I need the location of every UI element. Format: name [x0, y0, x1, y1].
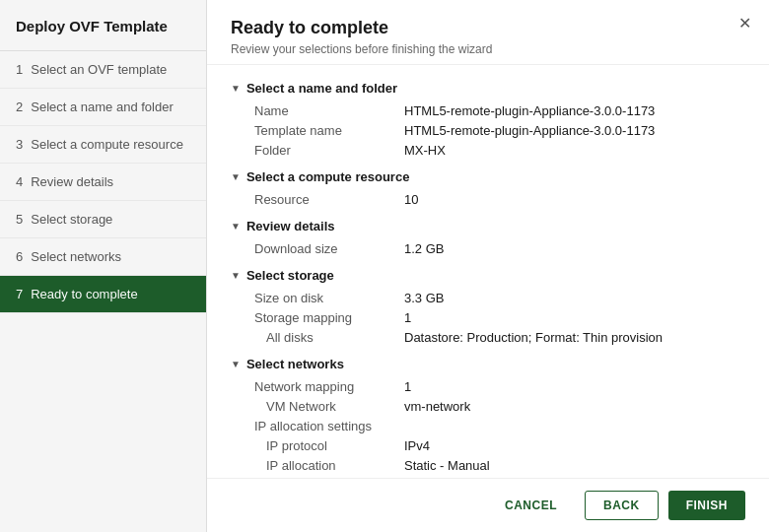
label-ip-protocol: IP protocol — [266, 438, 404, 453]
chevron-icon-name-folder: ▼ — [231, 83, 241, 94]
section-name-folder: ▼ Select a name and folder Name HTML5-re… — [231, 81, 745, 158]
value-network-mapping: 1 — [404, 379, 745, 394]
section-storage: ▼ Select storage Size on disk 3.3 GB Sto… — [231, 268, 745, 345]
label-ip-allocation: IP allocation — [266, 458, 404, 473]
chevron-icon-storage: ▼ — [231, 270, 241, 281]
sidebar-item-6[interactable]: 6 Select networks — [0, 238, 206, 276]
sidebar-item-3[interactable]: 3 Select a compute resource — [0, 126, 206, 164]
row-storage-mapping: Storage mapping 1 — [246, 310, 745, 325]
sidebar-label-2: Select a name and folder — [31, 100, 174, 114]
value-all-disks: Datastore: Production; Format: Thin prov… — [404, 330, 745, 345]
step-num-2: 2 — [16, 100, 23, 114]
value-resource: 10 — [404, 192, 745, 207]
value-ip-allocation: Static - Manual — [404, 458, 745, 473]
section-body-name-folder: Name HTML5-remote-plugin-Appliance-3.0.0… — [231, 103, 745, 158]
row-folder: Folder MX-HX — [246, 143, 745, 158]
deploy-ovf-dialog: Deploy OVF Template 1 Select an OVF temp… — [0, 0, 769, 532]
sidebar-label-7: Ready to complete — [31, 287, 137, 301]
sidebar-label-5: Select storage — [31, 212, 112, 227]
sub-row-all-disks: All disks Datastore: Production; Format:… — [246, 330, 745, 345]
finish-button[interactable]: FINISH — [668, 491, 745, 520]
step-num-6: 6 — [16, 249, 23, 264]
row-network-mapping: Network mapping 1 — [246, 379, 745, 394]
step-num-4: 4 — [16, 174, 23, 189]
sidebar: Deploy OVF Template 1 Select an OVF temp… — [0, 0, 207, 532]
value-download-size: 1.2 GB — [404, 241, 745, 256]
row-ip-allocation-settings: IP allocation settings — [246, 419, 745, 433]
value-storage-mapping: 1 — [404, 310, 745, 325]
value-name: HTML5-remote-plugin-Appliance-3.0.0-1173 — [404, 103, 745, 118]
label-download-size: Download size — [246, 241, 404, 256]
row-download-size: Download size 1.2 GB — [246, 241, 745, 256]
step-num-7: 7 — [16, 287, 23, 301]
step-num-5: 5 — [16, 212, 23, 227]
label-resource: Resource — [246, 192, 404, 207]
label-template-name: Template name — [246, 123, 404, 138]
value-vm-network: vm-network — [404, 399, 745, 414]
section-title-compute: Select a compute resource — [246, 169, 409, 184]
sidebar-label-3: Select a compute resource — [31, 137, 183, 152]
label-network-mapping: Network mapping — [246, 379, 404, 394]
section-title-name-folder: Select a name and folder — [246, 81, 397, 96]
sidebar-item-2[interactable]: 2 Select a name and folder — [0, 89, 206, 126]
sidebar-item-4[interactable]: 4 Review details — [0, 164, 206, 201]
value-size-on-disk: 3.3 GB — [404, 291, 745, 305]
sidebar-label-1: Select an OVF template — [31, 62, 167, 77]
label-name: Name — [246, 103, 404, 118]
sub-row-ip-protocol: IP protocol IPv4 — [246, 438, 745, 453]
section-review: ▼ Review details Download size 1.2 GB — [231, 219, 745, 256]
page-title: Ready to complete — [231, 18, 745, 38]
sidebar-item-1[interactable]: 1 Select an OVF template — [0, 51, 206, 89]
cancel-button[interactable]: CANCEL — [487, 491, 575, 520]
main-body: ▼ Select a name and folder Name HTML5-re… — [207, 65, 769, 478]
row-size-on-disk: Size on disk 3.3 GB — [246, 291, 745, 305]
label-size-on-disk: Size on disk — [246, 291, 404, 305]
value-folder: MX-HX — [404, 143, 745, 158]
step-num-3: 3 — [16, 137, 23, 152]
sub-row-ip-allocation: IP allocation Static - Manual — [246, 458, 745, 473]
value-ip-protocol: IPv4 — [404, 438, 745, 453]
label-ip-allocation-settings: IP allocation settings — [246, 419, 404, 433]
sidebar-label-4: Review details — [31, 174, 113, 189]
section-title-storage: Select storage — [246, 268, 334, 283]
page-subtitle: Review your selections before finishing … — [231, 42, 745, 56]
row-name: Name HTML5-remote-plugin-Appliance-3.0.0… — [246, 103, 745, 118]
sidebar-item-5[interactable]: 5 Select storage — [0, 201, 206, 238]
section-title-review: Review details — [246, 219, 335, 233]
chevron-icon-review: ▼ — [231, 221, 241, 232]
section-body-storage: Size on disk 3.3 GB Storage mapping 1 Al… — [231, 291, 745, 345]
sidebar-label-6: Select networks — [31, 249, 121, 264]
label-all-disks: All disks — [266, 330, 404, 345]
section-header-compute: ▼ Select a compute resource — [231, 169, 745, 184]
row-resource: Resource 10 — [246, 192, 745, 207]
value-template-name: HTML5-remote-plugin-Appliance-3.0.0-1173 — [404, 123, 745, 138]
label-vm-network: VM Network — [266, 399, 404, 414]
sidebar-title: Deploy OVF Template — [0, 0, 206, 51]
sidebar-item-7[interactable]: 7 Ready to complete — [0, 276, 206, 313]
row-template-name: Template name HTML5-remote-plugin-Applia… — [246, 123, 745, 138]
section-header-networks: ▼ Select networks — [231, 357, 745, 371]
section-header-review: ▼ Review details — [231, 219, 745, 233]
step-num-1: 1 — [16, 62, 23, 77]
section-header-name-folder: ▼ Select a name and folder — [231, 81, 745, 96]
chevron-icon-compute: ▼ — [231, 171, 241, 182]
back-button[interactable]: BACK — [585, 491, 659, 520]
close-button[interactable]: ✕ — [738, 16, 751, 32]
section-networks: ▼ Select networks Network mapping 1 VM N… — [231, 357, 745, 473]
label-storage-mapping: Storage mapping — [246, 310, 404, 325]
section-body-compute: Resource 10 — [231, 192, 745, 207]
section-body-networks: Network mapping 1 VM Network vm-network … — [231, 379, 745, 473]
section-title-networks: Select networks — [246, 357, 344, 371]
main-content: Ready to complete Review your selections… — [207, 0, 769, 532]
label-folder: Folder — [246, 143, 404, 158]
sub-row-vm-network: VM Network vm-network — [246, 399, 745, 414]
chevron-icon-networks: ▼ — [231, 359, 241, 369]
section-compute: ▼ Select a compute resource Resource 10 — [231, 169, 745, 207]
section-header-storage: ▼ Select storage — [231, 268, 745, 283]
section-body-review: Download size 1.2 GB — [231, 241, 745, 256]
footer: CANCEL BACK FINISH — [207, 478, 769, 532]
main-header: Ready to complete Review your selections… — [207, 0, 769, 65]
